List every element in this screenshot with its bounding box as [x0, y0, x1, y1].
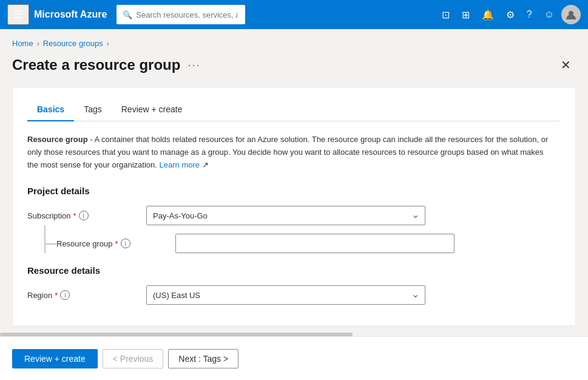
subscription-select-wrapper: Pay-As-You-Go: [146, 206, 425, 225]
bottom-bar: Review + create < Previous Next : Tags >: [0, 336, 588, 380]
description-body: - A container that holds related resourc…: [27, 135, 548, 169]
cloud-shell-icon[interactable]: ⊡: [437, 5, 455, 24]
tab-tags[interactable]: Tags: [74, 100, 112, 121]
breadcrumb-sep-1: ›: [37, 39, 39, 48]
breadcrumb: Home › Resource groups ›: [12, 39, 576, 48]
resource-group-required: *: [115, 239, 118, 248]
close-button[interactable]: ✕: [556, 55, 576, 75]
search-container: 🔍: [117, 5, 359, 24]
learn-more-link[interactable]: Learn more: [160, 160, 200, 169]
region-required: *: [55, 291, 58, 300]
avatar[interactable]: [561, 5, 581, 24]
feedback-icon[interactable]: ☺: [539, 5, 559, 24]
region-label: Region * i: [27, 290, 137, 300]
region-select-wrapper: (US) East US (US) East US 2 (US) West US…: [146, 285, 425, 305]
subscription-label: Subscription * i: [27, 211, 137, 220]
subscription-select[interactable]: Pay-As-You-Go: [146, 206, 425, 225]
region-select[interactable]: (US) East US (US) East US 2 (US) West US…: [146, 285, 425, 305]
tab-review-create[interactable]: Review + create: [112, 100, 192, 121]
project-details-section-title: Project details: [27, 186, 561, 196]
portal-menu-icon[interactable]: ⊞: [457, 5, 475, 24]
scrollbar[interactable]: [0, 333, 588, 336]
help-icon[interactable]: ?: [522, 5, 537, 24]
subscription-row: Subscription * i Pay-As-You-Go: [27, 206, 561, 225]
panel-content: Basics Tags Review + create Resource gro…: [12, 87, 576, 326]
search-input[interactable]: [117, 5, 245, 24]
hamburger-menu[interactable]: ☰: [7, 4, 29, 25]
resource-group-label: Resource group * i: [56, 239, 166, 248]
region-label-text: Region: [27, 291, 52, 300]
scrollbar-thumb[interactable]: [0, 333, 353, 336]
subscription-label-text: Subscription: [27, 211, 71, 220]
breadcrumb-home[interactable]: Home: [12, 39, 33, 48]
description-text: Resource group - A container that holds …: [27, 134, 549, 171]
subscription-required: *: [73, 211, 76, 220]
page-title: Create a resource group: [12, 56, 180, 73]
next-button[interactable]: Next : Tags >: [168, 349, 238, 368]
description-bold: Resource group: [27, 135, 88, 144]
resource-group-info-icon[interactable]: i: [121, 239, 130, 248]
page-more-options[interactable]: ···: [188, 59, 200, 72]
resource-group-label-text: Resource group: [56, 239, 113, 248]
review-create-button[interactable]: Review + create: [12, 349, 98, 368]
resource-details-section-title: Resource details: [27, 265, 561, 276]
external-link-icon: ↗: [200, 160, 209, 169]
subscription-info-icon[interactable]: i: [79, 211, 89, 220]
app-title: Microsoft Azure: [34, 9, 107, 20]
breadcrumb-resource-groups[interactable]: Resource groups: [43, 39, 103, 48]
resource-group-input[interactable]: [175, 234, 455, 253]
main-content-area: Home › Resource groups › Create a resour…: [0, 29, 588, 336]
top-navigation: ☰ Microsoft Azure 🔍 ⊡ ⊞ 🔔 ⚙ ? ☺: [0, 0, 588, 29]
tab-bar: Basics Tags Review + create: [27, 100, 561, 121]
search-icon: 🔍: [123, 10, 132, 19]
resource-group-row: Resource group * i: [27, 234, 561, 253]
breadcrumb-sep-2: ›: [107, 39, 109, 48]
tab-basics[interactable]: Basics: [27, 100, 74, 121]
region-row: Region * i (US) East US (US) East US 2 (…: [27, 285, 561, 305]
settings-icon[interactable]: ⚙: [501, 5, 519, 24]
notifications-icon[interactable]: 🔔: [477, 5, 499, 24]
nav-icons-group: ⊡ ⊞ 🔔 ⚙ ? ☺: [437, 5, 581, 24]
page-header: Create a resource group ··· ✕: [12, 55, 576, 75]
region-info-icon[interactable]: i: [60, 290, 70, 300]
previous-button[interactable]: < Previous: [103, 349, 164, 368]
